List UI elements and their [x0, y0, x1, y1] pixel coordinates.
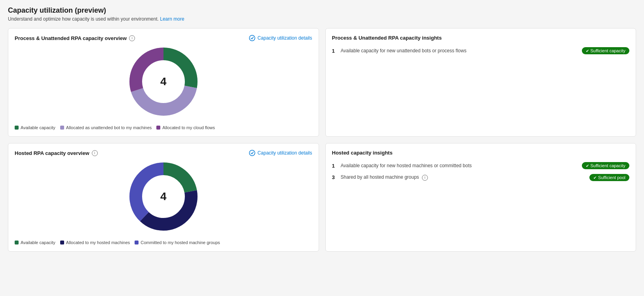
legend-label-0: Available capacity	[21, 125, 55, 130]
hosted-rpa-card-header: Hosted RPA capacity overview i Capacity …	[15, 150, 312, 156]
badge-label-1: Sufficient capacity	[591, 163, 625, 168]
badge-check-icon-1: ✔	[586, 164, 589, 168]
hosted-cap-details-check-icon	[249, 150, 255, 156]
insight-row-0: 1 Available capacity for new unattended …	[332, 47, 630, 54]
svg-point-5	[249, 150, 255, 156]
badge-check-icon-2: ✔	[593, 176, 597, 180]
badge-check-icon-0: ✔	[586, 49, 589, 53]
bottom-row: Hosted RPA capacity overview i Capacity …	[8, 143, 636, 252]
legend-dot-2	[156, 126, 160, 130]
svg-point-0	[249, 35, 255, 41]
hosted-insight-row-1: 3 Shared by all hosted machine groups i …	[332, 174, 630, 181]
badge-label-2: Sufficient pool	[598, 175, 625, 180]
hosted-legend-item-2: Committed to my hosted machine groups	[135, 240, 220, 245]
hosted-rpa-center-number: 4	[160, 190, 167, 203]
page-subtitle: Understand and optimize how capacity is …	[8, 16, 636, 22]
process-rpa-overview-card: Process & Unattended RPA capacity overvi…	[8, 28, 319, 137]
hosted-machine-groups-info-icon[interactable]: i	[422, 175, 428, 181]
hosted-rpa-card-title: Hosted RPA capacity overview	[15, 150, 89, 156]
hosted-insights-card: Hosted capacity insights 1 Available cap…	[325, 143, 636, 252]
process-rpa-insights-title: Process & Unattended RPA capacity insigh…	[332, 35, 630, 41]
top-row: Process & Unattended RPA capacity overvi…	[8, 28, 636, 137]
page-container: Capacity utilization (preview) Understan…	[0, 0, 644, 258]
legend-dot-1	[60, 126, 64, 130]
main-grid: Process & Unattended RPA capacity overvi…	[8, 28, 636, 252]
hosted-insight-left-0: 1 Available capacity for new hosted mach…	[332, 163, 472, 169]
page-title: Capacity utilization (preview)	[8, 6, 636, 15]
process-rpa-card-header: Process & Unattended RPA capacity overvi…	[15, 35, 312, 41]
process-rpa-center-number: 4	[160, 75, 167, 88]
process-rpa-legend: Available capacity Allocated as unattend…	[15, 124, 312, 130]
legend-dot-0	[15, 126, 19, 130]
hosted-legend-dot-0	[15, 241, 19, 244]
hosted-insight-text-1: Shared by all hosted machine groups i	[341, 174, 428, 180]
hosted-legend-label-1: Allocated to my hosted machines	[66, 240, 130, 245]
hosted-insights-title: Hosted capacity insights	[332, 150, 630, 156]
process-rpa-details-label: Capacity utilization details	[257, 35, 312, 41]
page-header: Capacity utilization (preview) Understan…	[8, 6, 636, 22]
hosted-rpa-details-label: Capacity utilization details	[257, 150, 312, 156]
hosted-insight-row-0: 1 Available capacity for new hosted mach…	[332, 162, 630, 169]
hosted-legend-label-0: Available capacity	[21, 240, 55, 245]
legend-item-0: Available capacity	[15, 125, 55, 130]
hosted-insight-left-1: 3 Shared by all hosted machine groups i	[332, 174, 428, 180]
hosted-rpa-title-group: Hosted RPA capacity overview i	[15, 150, 98, 156]
hosted-legend-dot-1	[60, 241, 64, 244]
process-rpa-donut: 4	[128, 46, 199, 117]
hosted-insight-text-0: Available capacity for new hosted machin…	[341, 163, 472, 168]
hosted-rpa-details-link[interactable]: Capacity utilization details	[249, 150, 312, 156]
legend-item-1: Allocated as unattended bot to my machin…	[60, 125, 152, 130]
subtitle-text: Understand and optimize how capacity is …	[8, 16, 159, 22]
learn-more-link[interactable]: Learn more	[160, 16, 184, 22]
badge-label-0: Sufficient capacity	[591, 48, 625, 53]
legend-label-1: Allocated as unattended bot to my machin…	[66, 125, 152, 130]
hosted-legend-dot-2	[135, 241, 139, 244]
sufficient-capacity-badge-1: ✔ Sufficient capacity	[582, 162, 629, 169]
process-rpa-card-title: Process & Unattended RPA capacity overvi…	[15, 35, 127, 41]
hosted-legend-label-2: Committed to my hosted machine groups	[141, 240, 220, 245]
insight-number-0: 1	[332, 48, 338, 54]
process-rpa-chart: 4	[15, 46, 312, 117]
hosted-rpa-info-icon[interactable]: i	[92, 150, 98, 156]
hosted-rpa-donut: 4	[128, 161, 199, 232]
hosted-insight-number-0: 1	[332, 163, 338, 169]
sufficient-pool-badge: ✔ Sufficient pool	[589, 174, 629, 181]
hosted-rpa-overview-card: Hosted RPA capacity overview i Capacity …	[8, 143, 319, 252]
hosted-insight-number-1: 3	[332, 174, 338, 180]
legend-label-2: Allocated to my cloud flows	[162, 125, 215, 130]
hosted-legend-item-0: Available capacity	[15, 240, 55, 245]
legend-item-2: Allocated to my cloud flows	[156, 125, 215, 130]
hosted-rpa-chart: 4	[15, 161, 312, 232]
insight-text-0: Available capacity for new unattended bo…	[341, 48, 467, 53]
hosted-legend-item-1: Allocated to my hosted machines	[60, 240, 130, 245]
process-rpa-insights-card: Process & Unattended RPA capacity insigh…	[325, 28, 636, 137]
sufficient-capacity-badge-0: ✔ Sufficient capacity	[582, 47, 629, 54]
process-rpa-title-group: Process & Unattended RPA capacity overvi…	[15, 35, 135, 41]
process-rpa-info-icon[interactable]: i	[129, 35, 135, 41]
insight-left-0: 1 Available capacity for new unattended …	[332, 48, 467, 54]
cap-details-check-icon	[249, 35, 255, 41]
hosted-rpa-legend: Available capacity Allocated to my hoste…	[15, 239, 312, 245]
process-rpa-details-link[interactable]: Capacity utilization details	[249, 35, 312, 41]
